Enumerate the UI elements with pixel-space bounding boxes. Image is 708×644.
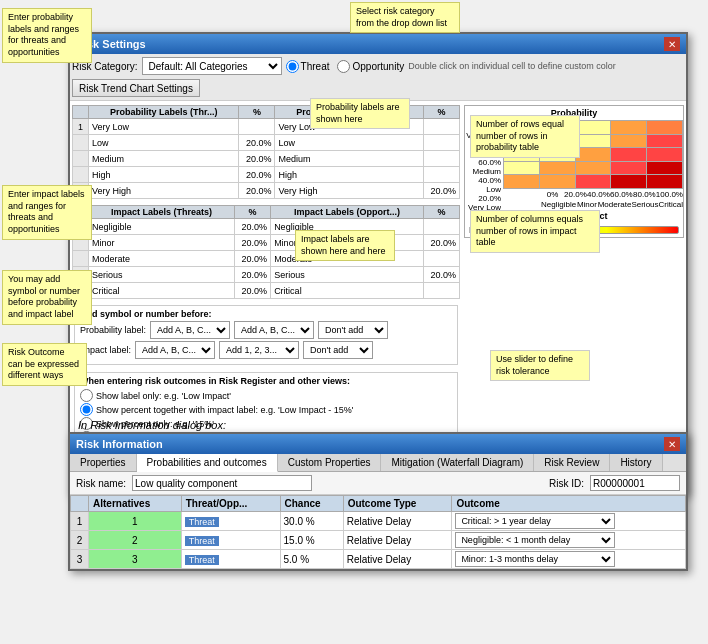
tab-custom-props[interactable]: Custom Properties — [278, 454, 382, 471]
impact-pct-opp-cell[interactable]: 20.0% — [424, 235, 460, 251]
chart-cell[interactable] — [504, 162, 539, 175]
option-show-label-radio[interactable] — [80, 389, 93, 402]
type-cell[interactable]: Threat — [181, 550, 280, 569]
prob-opp-cell[interactable]: Low — [275, 135, 424, 151]
chart-cell[interactable] — [647, 148, 682, 161]
impact-pct-opp-cell[interactable]: 20.0% — [424, 267, 460, 283]
chart-cell[interactable] — [576, 175, 611, 188]
outcome-dropdown-2[interactable]: Negligible: < 1 month delay Critical: > … — [455, 532, 615, 548]
chart-cell[interactable] — [611, 148, 646, 161]
prob-pct-threat-cell[interactable]: 20.0% — [239, 135, 275, 151]
chance-cell[interactable]: 15.0 % — [280, 531, 343, 550]
chart-cell[interactable] — [647, 175, 682, 188]
tab-probabilities[interactable]: Probabilities and outcomes — [137, 454, 278, 472]
chart-cell[interactable] — [576, 135, 611, 148]
impact-threat-cell[interactable]: Critical — [89, 283, 235, 299]
chart-cell[interactable] — [576, 121, 611, 134]
chart-cell[interactable] — [540, 175, 575, 188]
prob-threat-cell[interactable]: Very High — [89, 183, 239, 199]
risk-category-select[interactable]: Default: All Categories — [142, 57, 282, 75]
chart-cell[interactable] — [611, 175, 646, 188]
outcome-type-cell[interactable]: Relative Delay — [343, 550, 452, 569]
chart-cell[interactable] — [576, 162, 611, 175]
outcome-cell[interactable]: Critical: > 1 year delay Negligible: < 1… — [452, 512, 686, 531]
prob-pct-threat-cell[interactable]: 20.0% — [239, 151, 275, 167]
impact-pct-opp-cell[interactable] — [424, 219, 460, 235]
chart-cell[interactable] — [576, 148, 611, 161]
threat-radio[interactable] — [286, 60, 299, 73]
impact-opp-cell[interactable]: Critical — [271, 283, 424, 299]
tab-history[interactable]: History — [610, 454, 662, 471]
impact-pct-opp-cell[interactable] — [424, 283, 460, 299]
prob-threat-cell[interactable]: High — [89, 167, 239, 183]
outcome-cell[interactable]: Negligible: < 1 month delay Critical: > … — [452, 531, 686, 550]
prob-threat-cell[interactable]: Medium — [89, 151, 239, 167]
impact-pct-threat-cell[interactable]: 20.0% — [235, 283, 271, 299]
prob-opp-cell[interactable]: Very High — [275, 183, 424, 199]
risk-trend-button[interactable]: Risk Trend Chart Settings — [72, 79, 200, 97]
outcome-type-cell[interactable]: Relative Delay — [343, 531, 452, 550]
type-cell[interactable]: Threat — [181, 531, 280, 550]
option-show-pct-label-radio[interactable] — [80, 403, 93, 416]
opportunity-radio[interactable] — [337, 60, 350, 73]
outcome-dropdown-3[interactable]: Minor: 1-3 months delay Critical: > 1 ye… — [455, 551, 615, 567]
impact-prefix-select-3[interactable]: Don't add — [303, 341, 373, 359]
outcome-dropdown-1[interactable]: Critical: > 1 year delay Negligible: < 1… — [455, 513, 615, 529]
impact-threat-cell[interactable]: Serious — [89, 267, 235, 283]
outcome-type-cell[interactable]: Relative Delay — [343, 512, 452, 531]
prob-prefix-select-2[interactable]: Add A, B, C... — [234, 321, 314, 339]
risk-name-input[interactable] — [132, 475, 312, 491]
chart-cell[interactable] — [611, 162, 646, 175]
impact-prefix-select-2[interactable]: Add 1, 2, 3... — [219, 341, 299, 359]
chart-cell[interactable] — [647, 121, 682, 134]
impact-pct-threat-cell[interactable]: 20.0% — [235, 235, 271, 251]
prob-pct-opp-cell[interactable] — [424, 135, 460, 151]
impact-pct-opp-cell[interactable] — [424, 251, 460, 267]
chart-cell[interactable] — [540, 162, 575, 175]
opportunity-radio-label[interactable]: Opportunity — [337, 60, 404, 73]
prob-pct-opp-cell[interactable]: 20.0% — [424, 183, 460, 199]
close-button[interactable]: ✕ — [664, 37, 680, 51]
impact-threat-cell[interactable]: Minor — [89, 235, 235, 251]
tab-risk-review[interactable]: Risk Review — [534, 454, 610, 471]
alt-cell[interactable]: 3 — [89, 550, 182, 569]
impact-pct-threat-cell[interactable]: 20.0% — [235, 251, 271, 267]
chart-cell[interactable] — [504, 175, 539, 188]
threat-radio-label[interactable]: Threat — [286, 60, 330, 73]
impact-pct-threat-cell[interactable]: 20.0% — [235, 219, 271, 235]
prob-prefix-select-1[interactable]: Add A, B, C... — [150, 321, 230, 339]
option-show-pct-with-label[interactable]: Show percent together with impact label:… — [80, 403, 452, 416]
alt-cell[interactable]: 2 — [89, 531, 182, 550]
prob-pct-threat-cell[interactable]: 20.0% — [239, 167, 275, 183]
prob-threat-cell[interactable]: Very Low — [89, 119, 239, 135]
prob-pct-opp-cell[interactable] — [424, 167, 460, 183]
prob-opp-cell[interactable]: High — [275, 167, 424, 183]
chance-cell[interactable]: 5.0 % — [280, 550, 343, 569]
tab-properties[interactable]: Properties — [70, 454, 137, 471]
impact-opp-cell[interactable]: Serious — [271, 267, 424, 283]
chart-cell[interactable] — [647, 135, 682, 148]
prob-pct-opp-cell[interactable] — [424, 151, 460, 167]
prob-pct-threat-cell[interactable]: 20.0% — [239, 183, 275, 199]
impact-prefix-select-1[interactable]: Add A, B, C... — [135, 341, 215, 359]
impact-threat-cell[interactable]: Moderate — [89, 251, 235, 267]
prob-opp-cell[interactable]: Medium — [275, 151, 424, 167]
chart-cell[interactable] — [647, 162, 682, 175]
chart-cell[interactable] — [611, 121, 646, 134]
chart-cell[interactable] — [611, 135, 646, 148]
outcome-cell[interactable]: Minor: 1-3 months delay Critical: > 1 ye… — [452, 550, 686, 569]
impact-pct-threat-cell[interactable]: 20.0% — [235, 267, 271, 283]
chance-cell[interactable]: 30.0 % — [280, 512, 343, 531]
tab-mitigation[interactable]: Mitigation (Waterfall Diagram) — [381, 454, 534, 471]
prob-pct-opp-cell[interactable] — [424, 119, 460, 135]
prob-threat-cell[interactable]: Low — [89, 135, 239, 151]
options-title: When entering risk outcomes in Risk Regi… — [80, 376, 452, 386]
risk-id-input[interactable] — [590, 475, 680, 491]
prob-prefix-select-3[interactable]: Don't add — [318, 321, 388, 339]
alt-cell[interactable]: 1 — [89, 512, 182, 531]
impact-threat-cell[interactable]: Negligible — [89, 219, 235, 235]
risk-dialog-close-button[interactable]: ✕ — [664, 437, 680, 451]
type-cell[interactable]: Threat — [181, 512, 280, 531]
option-show-label[interactable]: Show label only: e.g. 'Low Impact' — [80, 389, 452, 402]
prob-pct-threat-cell[interactable] — [239, 119, 275, 135]
